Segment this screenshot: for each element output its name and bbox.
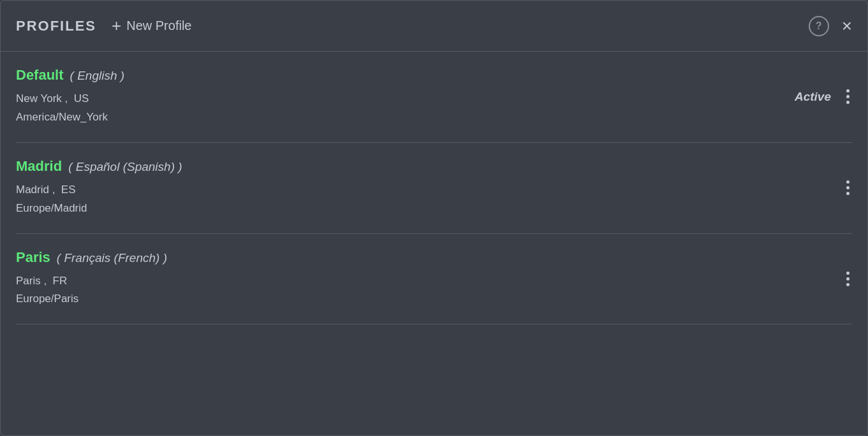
page-title: PROFILES [16, 18, 96, 34]
profile-info: Paris( Français (French) )Paris , FREuro… [16, 249, 844, 309]
dot-icon [846, 186, 850, 189]
profile-info: Default( English )New York , USAmerica/N… [16, 67, 795, 127]
dot-icon [846, 180, 850, 184]
dot-icon [846, 277, 850, 280]
header: PROFILES + New Profile ? × [1, 1, 867, 52]
profile-item: Default( English )New York , USAmerica/N… [16, 52, 852, 143]
profile-info: Madrid( Español (Spanish) )Madrid , ESEu… [16, 158, 844, 218]
dot-icon [846, 283, 850, 286]
profile-item: Madrid( Español (Spanish) )Madrid , ESEu… [16, 143, 852, 234]
profile-location: Paris , FREurope/Paris [16, 272, 844, 309]
dot-icon [846, 89, 850, 92]
profile-name: Madrid [16, 158, 62, 175]
profile-name: Default [16, 67, 64, 84]
more-options-button[interactable] [844, 266, 852, 291]
profile-language: ( Français (French) ) [57, 251, 167, 265]
dot-icon [846, 95, 850, 98]
help-icon: ? [809, 16, 829, 36]
profile-location: Madrid , ESEurope/Madrid [16, 181, 844, 218]
profile-name-row: Default( English ) [16, 67, 795, 84]
more-options-button[interactable] [844, 175, 852, 200]
profile-name: Paris [16, 249, 50, 266]
header-actions: ? × [809, 16, 852, 36]
dot-icon [846, 101, 850, 104]
profile-name-row: Madrid( Español (Spanish) ) [16, 158, 844, 175]
dot-icon [846, 272, 850, 275]
new-profile-button[interactable]: + New Profile [112, 16, 191, 36]
profile-status-badge: Active [795, 90, 831, 104]
close-icon: × [842, 17, 852, 35]
profile-language: ( Español (Spanish) ) [68, 160, 182, 174]
plus-icon: + [112, 16, 121, 36]
help-button[interactable]: ? [809, 16, 829, 36]
profile-language: ( English ) [70, 69, 125, 83]
more-options-button[interactable] [844, 84, 852, 109]
close-button[interactable]: × [842, 17, 852, 35]
profiles-window: PROFILES + New Profile ? × Default( Engl… [0, 0, 868, 436]
new-profile-label: New Profile [126, 18, 191, 33]
profile-location: New York , USAmerica/New_York [16, 90, 795, 127]
profiles-list: Default( English )New York , USAmerica/N… [1, 52, 867, 435]
profile-name-row: Paris( Français (French) ) [16, 249, 844, 266]
profile-item: Paris( Français (French) )Paris , FREuro… [16, 234, 852, 325]
dot-icon [846, 192, 850, 195]
